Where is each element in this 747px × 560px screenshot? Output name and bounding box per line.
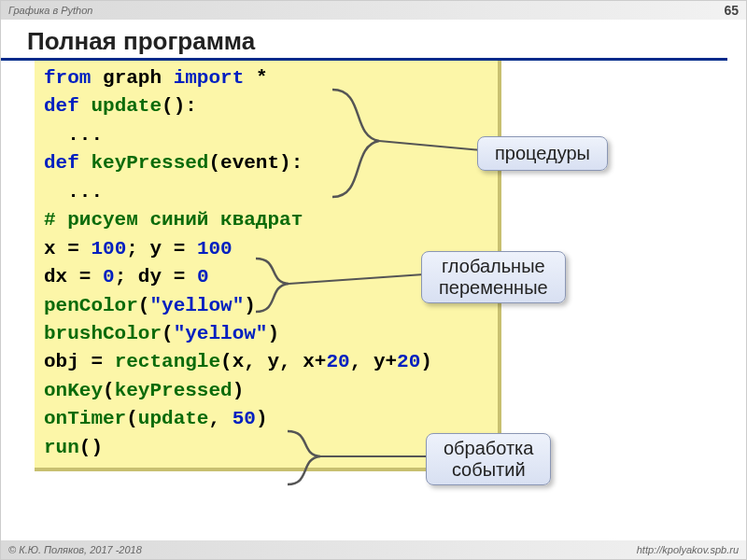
callout-events-line2: событий [452,459,526,480]
footer-bar: © К.Ю. Поляков, 2017 -2018 http://kpolya… [1,540,746,559]
page-number: 65 [724,3,739,18]
svg-line-0 [379,141,482,150]
brace-globals [251,256,429,321]
kw-def2: def [44,152,79,174]
callout-globals-line1: глобальные [442,256,545,276]
ellipsis-1: ... [44,124,103,146]
str-yellow: "yellow" [149,295,244,316]
fn-update: update [91,95,162,117]
fn-keypressed: keyPressed [91,152,208,174]
footer-right: http://kpolyakov.spb.ru [637,544,739,555]
callout-procedures: процедуры [477,136,608,171]
fn-rectangle: rectangle [115,351,220,372]
comment: # рисуем синий квадрат [44,209,303,231]
header-bar: Графика в Python 65 [1,1,746,20]
header-left: Графика в Python [8,5,92,16]
var-y: y [149,238,162,259]
arg-event: event [220,152,279,174]
paren-r: ): [279,152,303,174]
fn-brushcolor: brushColor [44,323,162,344]
paren-l: ( [208,152,220,174]
sig-update: (): [162,95,197,117]
callout-events: обработка событий [426,433,551,485]
callout-procedures-label: процедуры [495,143,590,163]
fn-run: run [44,437,79,458]
brace-events [283,428,432,494]
fn-onkey: onKey [44,380,103,401]
star: * [256,67,268,89]
svg-line-1 [289,274,424,284]
var-dx: dx [44,266,67,287]
var-obj: obj [44,351,79,372]
brace-procedures [328,85,486,206]
mod-graph: graph [103,67,162,89]
footer-left: © К.Ю. Поляков, 2017 -2018 [8,544,142,555]
var-dy: dy [138,266,162,287]
kw-import: import [174,67,245,89]
num-100: 100 [91,238,126,259]
callout-events-line1: обработка [444,438,533,458]
kw-from: from [44,67,91,89]
callout-globals: глобальные переменные [421,251,566,303]
page-title: Полная программа [1,20,727,61]
kw-def: def [44,95,79,117]
fn-ontimer: onTimer [44,408,126,429]
callout-globals-line2: переменные [439,277,548,298]
var-x: x [44,238,56,259]
fn-pencolor: penColor [44,295,138,316]
ellipsis-2: ... [44,181,103,203]
